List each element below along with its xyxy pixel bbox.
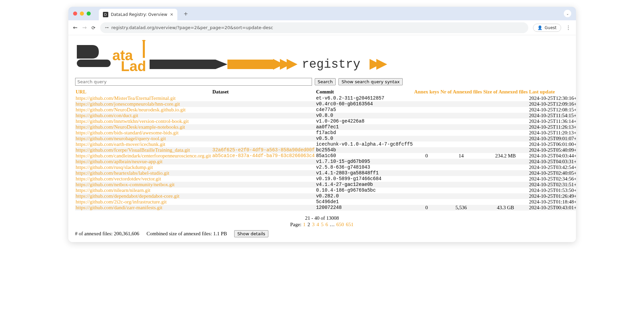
profile-icon: 👤 — [537, 25, 542, 30]
url-link[interactable]: https://github.com/MisterTea/EternalTerm… — [76, 95, 176, 101]
browser-window: D DataLad Registry: Overview ✕ + ⌄ ← → ⟳… — [68, 7, 576, 242]
size-files-cell — [483, 118, 528, 124]
url-link[interactable]: https://github.com/lnnrtwttkhn/version-c… — [76, 118, 189, 124]
col-url[interactable]: URL — [76, 89, 87, 94]
url-link[interactable]: https://github.com/dandi/zarr-manifests.… — [76, 205, 162, 210]
pagination-link[interactable]: 6 — [326, 222, 328, 227]
nr-files-cell — [440, 113, 483, 118]
size-files-cell — [483, 147, 528, 153]
col-annex-keys[interactable]: Annex keys — [414, 89, 439, 94]
last-update-cell: 2024-10-25T12:09:16+0000 — [528, 101, 576, 107]
url-link[interactable]: https://github.com/rusq/slackdump.git — [76, 165, 153, 170]
url-link[interactable]: https://github.com/NeuroDesk/example-not… — [76, 124, 185, 130]
commit-cell: et-v6.0.2-311-g204612857 — [315, 95, 414, 101]
last-update-cell: 2024-10-25T12:08:15+0000 — [528, 107, 576, 113]
annex-keys-cell — [414, 118, 440, 124]
last-update-cell: 2024-10-25T00:43:01+0000 — [528, 205, 576, 211]
url-text: registry.datalad.org/overview/?page=2&pe… — [111, 25, 273, 30]
col-last-update[interactable]: Last update — [529, 89, 555, 94]
url-link[interactable]: https://github.com/heartexlabs/label-stu… — [76, 170, 170, 176]
dataset-link[interactable]: 32a6f625-e2f0-4df9-a563-858a90ded00f — [213, 147, 315, 153]
dataset-link[interactable]: ab5ca1ce-837a-44df-ba79-63c8266063c4 — [213, 153, 315, 158]
tab-close-icon[interactable]: ✕ — [170, 12, 173, 17]
back-button[interactable]: ← — [73, 24, 77, 31]
table-row: https://github.com/lnnrtwttkhn/version-c… — [75, 118, 576, 124]
profile-chip[interactable]: 👤 Guest — [533, 24, 561, 32]
url-link[interactable]: https://github.com/NeuroDesk/neurodesk.g… — [76, 107, 186, 112]
stats-files-label: # of annexed files: — [75, 231, 113, 236]
maximize-window-button[interactable] — [87, 12, 91, 16]
url-link[interactable]: https://github.com/neurobagel/query-tool… — [76, 136, 166, 141]
url-link[interactable]: https://github.com/dependabot/dependabot… — [76, 193, 180, 199]
table-row: https://github.com/rusq/slackdump.gitv2.… — [75, 165, 576, 170]
size-files-cell — [483, 113, 528, 118]
stats-row: # of annexed files: 200,361,606 Combined… — [75, 230, 569, 237]
pagination-link[interactable]: 651 — [346, 222, 354, 227]
svg-rect-0 — [77, 60, 111, 67]
tabs-dropdown-icon[interactable]: ⌄ — [564, 10, 571, 17]
table-row: https://github.com/heartexlabs/label-stu… — [75, 170, 576, 176]
size-files-cell — [483, 182, 528, 188]
commit-cell: 85a1c60 — [315, 153, 414, 159]
browser-toolbar: ← → ⟳ ⊶ registry.datalad.org/overview/?p… — [68, 20, 576, 35]
profile-label: Guest — [545, 25, 556, 30]
url-link[interactable]: https://github.com/nilearn/nilearn.git — [76, 188, 151, 193]
pagination-link[interactable]: 3 — [312, 222, 315, 227]
pagination-current: 2 — [308, 222, 310, 227]
col-nr-files[interactable]: Nr of Annexed files — [440, 89, 482, 94]
last-update-cell: 2024-10-25T12:30:16+0000 — [528, 95, 576, 101]
annex-keys-cell — [414, 182, 440, 188]
close-window-button[interactable] — [73, 12, 77, 16]
pagination-link[interactable]: 1 — [303, 222, 306, 227]
table-row: https://github.com/jonescompneurolab/hnn… — [75, 101, 576, 107]
show-details-button[interactable]: Show details — [234, 230, 268, 237]
url-link[interactable]: https://github.com/candleindark/centerfo… — [76, 153, 211, 158]
minimize-window-button[interactable] — [80, 12, 84, 16]
last-update-cell: 2024-10-25T01:26:49+0000 — [528, 193, 576, 199]
table-row: https://github.com/2i2c-org/infrastructu… — [75, 199, 576, 205]
search-button[interactable]: Search — [315, 78, 336, 85]
browser-tab[interactable]: D DataLad Registry: Overview ✕ — [99, 9, 178, 20]
nr-files-cell — [440, 193, 483, 199]
commit-cell: 120072248 — [315, 205, 414, 211]
url-link[interactable]: https://github.com/vectordotdev/vector.g… — [76, 176, 161, 181]
table-row: https://github.com/dependabot/dependabot… — [75, 193, 576, 199]
show-syntax-button[interactable]: Show search query syntax — [338, 78, 403, 85]
pagination-link[interactable]: 4 — [316, 222, 319, 227]
search-input[interactable] — [75, 78, 312, 86]
browser-menu-icon[interactable]: ⋮ — [566, 24, 571, 31]
annex-keys-cell — [414, 199, 440, 205]
svg-text:Lad: Lad — [121, 58, 146, 74]
size-files-cell — [483, 176, 528, 182]
datalad-registry-logo: ata Lad registry — [75, 40, 390, 74]
new-tab-button[interactable]: + — [183, 10, 188, 17]
nr-files-cell — [440, 107, 483, 113]
size-files-cell — [483, 95, 528, 101]
url-bar[interactable]: ⊶ registry.datalad.org/overview/?page=2&… — [100, 22, 528, 33]
last-update-cell: 2024-10-25T05:40:09+0000 — [528, 147, 576, 153]
last-update-cell: 2024-10-25T04:03:44+0000 — [528, 153, 576, 159]
pagination-link[interactable]: 5 — [321, 222, 324, 227]
url-link[interactable]: https://github.com/earth-mover/icechunk.… — [76, 142, 165, 147]
url-link[interactable]: https://github.com/con/duct.git — [76, 113, 138, 118]
reload-button[interactable]: ⟳ — [91, 25, 95, 30]
url-link[interactable]: https://github.com/jonescompneurolab/hnn… — [76, 101, 180, 107]
pagination-link[interactable]: 650 — [336, 222, 344, 227]
url-link[interactable]: https://github.com/fcerpe/VisualBrailleT… — [76, 147, 190, 153]
size-files-cell — [483, 193, 528, 199]
pagination-prefix: Page: — [290, 222, 301, 227]
table-row: https://github.com/nilearn/nilearn.git0.… — [75, 188, 576, 193]
svg-rect-4 — [150, 60, 216, 69]
site-info-icon[interactable]: ⊶ — [105, 25, 109, 30]
commit-cell: v0.282.0 — [315, 193, 414, 199]
col-size-files[interactable]: Size of Annexed files — [483, 89, 528, 94]
last-update-cell: 2024-10-25T11:20:13+0000 — [528, 130, 576, 136]
annex-keys-cell — [414, 101, 440, 107]
url-link[interactable]: https://github.com/aplbrain/neuvue-app.g… — [76, 159, 163, 164]
url-link[interactable]: https://github.com/bids-standard/awesome… — [76, 130, 179, 135]
commit-cell: v0.8.0 — [315, 113, 414, 118]
url-link[interactable]: https://github.com/2i2c-org/infrastructu… — [76, 199, 167, 204]
url-link[interactable]: https://github.com/netbox-community/netb… — [76, 182, 175, 187]
nr-files-cell — [440, 142, 483, 147]
nr-files-cell — [440, 130, 483, 136]
